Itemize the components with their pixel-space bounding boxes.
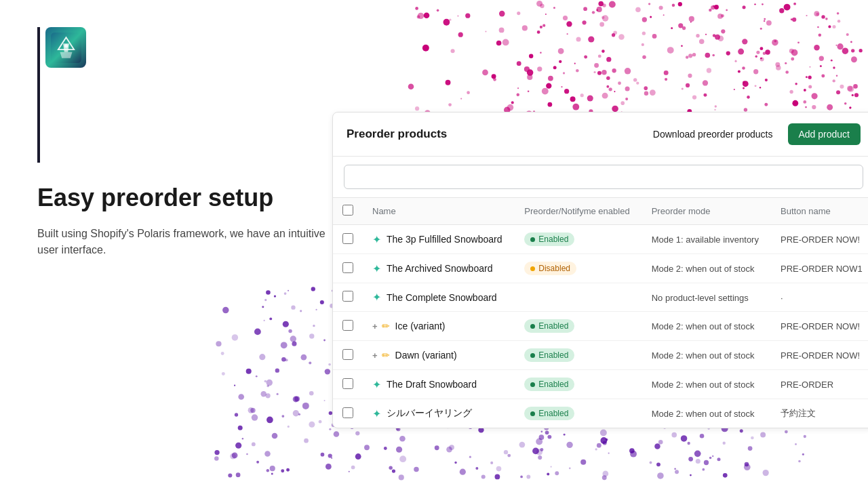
row-checkbox-cell [333,312,363,341]
row-button-name-cell: PRE-ORDER NOW! [771,225,868,254]
table-row: ✦The Draft SnowboardEnabledMode 2: when … [333,370,868,399]
row-checkbox-0[interactable] [342,233,353,244]
table-body: ✦The 3p Fulfilled SnowboardEnabledMode 1… [333,225,868,428]
product-name: Ice (variant) [395,321,446,331]
name-cell-content: ✦The Complete Snowboard [372,291,505,304]
button-name-text: · [781,293,783,303]
search-input[interactable] [344,165,863,189]
table-row: ✦The Archived SnowboardDisabledMode 2: w… [333,254,868,283]
preorder-mode-text: Mode 2: when out of stock [652,409,755,419]
badge-dot [530,237,535,242]
disabled-badge: Disabled [524,262,576,275]
enabled-badge: Enabled [524,348,574,362]
table-header-row: Name Preorder/Notifyme enabled Preorder … [333,198,868,225]
row-checkbox-3[interactable] [342,320,353,331]
download-preorder-button[interactable]: Download preorder products [646,125,780,144]
button-name-text: PRE-ORDER NOW! [781,350,860,361]
row-checkbox-cell [333,283,363,312]
teal-check-icon: ✦ [372,378,381,391]
row-checkbox-2[interactable] [342,291,353,302]
enabled-badge: Enabled [524,407,574,420]
name-cell-content: ✦The 3p Fulfilled Snowboard [372,233,505,246]
hero-section: Easy preorder setup Built using Shopify'… [37,183,329,258]
preorder-mode-text: Mode 2: when out of stock [652,380,755,390]
row-button-name-cell: PRE-ORDER NOW! [771,312,868,341]
row-name-cell: ✦The Draft Snowboard [363,370,515,399]
search-bar [333,157,868,198]
product-name: The Archived Snowboard [387,263,492,274]
preorder-mode-text: Mode 1: available inventory [652,235,759,245]
enabled-badge: Enabled [524,319,574,333]
col-preorder-enabled: Preorder/Notifyme enabled [515,198,642,225]
vertical-bar [37,27,40,163]
row-name-cell: +✏Dawn (variant) [363,341,515,370]
row-checkbox-5[interactable] [342,378,353,389]
name-cell-content: ✦シルバーイヤリング [372,407,505,420]
row-status-cell: Enabled [515,225,642,254]
row-mode-cell: Mode 1: available inventory [642,225,771,254]
badge-dot [530,266,535,271]
col-name: Name [363,198,515,225]
hero-subtitle: Built using Shopify's Polaris framework,… [37,226,329,258]
preorder-mode-text: Mode 2: when out of stock [652,350,755,361]
row-button-name-cell: PRE-ORDER NOW! [771,341,868,370]
row-checkbox-1[interactable] [342,262,353,273]
row-checkbox-cell [333,225,363,254]
col-button-name: Button name [771,198,868,225]
row-name-cell: +✏Ice (variant) [363,312,515,341]
row-checkbox-4[interactable] [342,349,353,360]
preorder-mode-text: Mode 2: when out of stock [652,321,755,331]
table-row: ✦シルバーイヤリングEnabledMode 2: when out of sto… [333,399,868,428]
row-checkbox-6[interactable] [342,407,353,418]
table-row: ✦The Complete SnowboardNo product-level … [333,283,868,312]
row-status-cell: Enabled [515,370,642,399]
row-mode-cell: Mode 2: when out of stock [642,254,771,283]
button-name-text: 予約注文 [781,408,816,418]
row-status-cell: Enabled [515,399,642,428]
row-mode-cell: Mode 2: when out of stock [642,370,771,399]
teal-check-icon: ✦ [372,233,381,246]
row-status-cell: Enabled [515,341,642,370]
row-mode-cell: Mode 2: when out of stock [642,341,771,370]
app-logo [45,27,86,68]
product-name: The Complete Snowboard [387,292,497,303]
name-cell-content: +✏Dawn (variant) [372,350,505,361]
row-status-cell [515,283,642,312]
panel-header: Preorder products Download preorder prod… [333,113,868,157]
pencil-icon: ✏ [382,321,390,331]
preorder-mode-text: Mode 2: when out of stock [652,264,755,274]
table-row: ✦The 3p Fulfilled SnowboardEnabledMode 1… [333,225,868,254]
col-preorder-mode: Preorder mode [642,198,771,225]
button-name-text: PRE-ORDER NOW1 [781,264,863,274]
hero-title: Easy preorder setup [37,183,329,212]
row-mode-cell: Mode 2: when out of stock [642,399,771,428]
row-name-cell: ✦The Complete Snowboard [363,283,515,312]
logo-area [37,27,86,163]
product-table: Name Preorder/Notifyme enabled Preorder … [333,198,868,428]
preorder-panel: Preorder products Download preorder prod… [332,112,868,428]
select-all-header [333,198,363,225]
table-row: +✏Dawn (variant)EnabledMode 2: when out … [333,341,868,370]
row-mode-cell: No product-level settings [642,283,771,312]
name-cell-content: +✏Ice (variant) [372,321,505,331]
select-all-checkbox[interactable] [342,205,353,216]
enabled-badge: Enabled [524,378,574,391]
pencil-icon: ✏ [382,350,390,361]
panel-title: Preorder products [347,127,447,141]
product-name: シルバーイヤリング [387,407,472,420]
panel-actions: Download preorder products Add product [646,123,861,145]
svg-point-1 [64,44,67,47]
row-button-name-cell: · [771,283,868,312]
product-name: The 3p Fulfilled Snowboard [387,234,502,245]
badge-dot [530,382,535,387]
button-name-text: PRE-ORDER NOW! [781,235,860,245]
row-checkbox-cell [333,254,363,283]
teal-check-icon: ✦ [372,291,381,304]
row-name-cell: ✦シルバーイヤリング [363,399,515,428]
add-product-button[interactable]: Add product [788,123,861,145]
badge-dot [530,353,535,358]
plus-icon: + [372,321,378,331]
button-name-text: PRE-ORDER [781,380,833,390]
row-status-cell: Enabled [515,312,642,341]
name-cell-content: ✦The Draft Snowboard [372,378,505,391]
